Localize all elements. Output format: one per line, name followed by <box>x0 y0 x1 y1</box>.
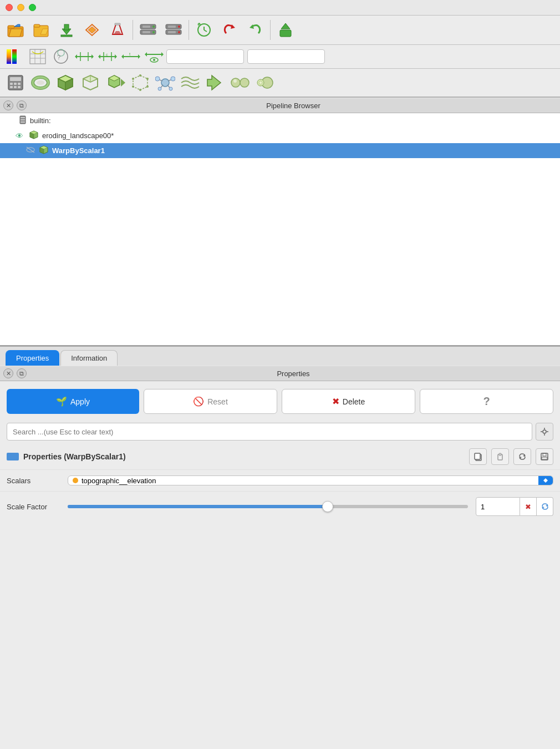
export-button[interactable] <box>273 18 298 42</box>
main-container: ? c <box>0 16 560 749</box>
pipeline-undock-button[interactable]: ⧉ <box>17 100 27 110</box>
warp-label: WarpByScalar1 <box>52 146 105 155</box>
render-view-input[interactable] <box>166 49 244 64</box>
wrench-button[interactable]: ? <box>50 47 72 67</box>
scalars-dropdown-value: topographic__elevation <box>68 476 538 485</box>
tree-item-eroding[interactable]: 👁 eroding_landscape00* <box>0 128 560 143</box>
pipeline-area: builtin: 👁 eroding_landscape00* <box>0 113 560 346</box>
open-file-button[interactable] <box>29 18 53 42</box>
render-view-input2[interactable] <box>247 49 325 64</box>
sphere-half-button[interactable] <box>253 70 277 95</box>
svg-marker-138 <box>543 478 548 480</box>
props-close-button[interactable]: ✕ <box>3 368 13 378</box>
delete-button[interactable]: ✖ Delete <box>282 389 415 414</box>
scale-factor-slider[interactable] <box>68 505 468 508</box>
apply-button[interactable]: 🌱 Apply <box>7 389 139 414</box>
scalars-label: Scalars <box>7 477 62 485</box>
arrows-eye-button[interactable] <box>143 47 165 67</box>
svg-point-95 <box>132 78 134 80</box>
scale-refresh-button[interactable] <box>537 497 553 516</box>
props-copy-button[interactable] <box>469 448 487 465</box>
search-settings-button[interactable] <box>536 423 553 441</box>
tree-item-builtin[interactable]: builtin: <box>0 113 560 128</box>
arrows-lr-button[interactable] <box>73 47 95 67</box>
cube-arrow-button[interactable] <box>103 70 128 95</box>
pipeline-close-button[interactable]: ✕ <box>3 100 13 110</box>
svg-point-91 <box>146 78 149 80</box>
scalars-value-container: topographic__elevation <box>68 475 553 485</box>
svg-rect-115 <box>21 122 25 123</box>
tab-properties[interactable]: Properties <box>6 350 59 366</box>
colormap-button[interactable] <box>3 47 26 67</box>
svg-point-107 <box>240 78 249 87</box>
svg-rect-34 <box>280 30 291 37</box>
scalars-dropdown-arrow[interactable] <box>538 476 553 485</box>
svg-point-108 <box>233 79 237 83</box>
server1-button[interactable] <box>136 18 160 42</box>
svg-marker-35 <box>281 23 290 29</box>
svg-marker-59 <box>138 54 140 59</box>
props-undock-button[interactable]: ⧉ <box>17 368 27 378</box>
eye-visible-icon: 👁 <box>16 131 26 140</box>
svg-rect-72 <box>14 86 17 88</box>
server2-button[interactable] <box>161 18 186 42</box>
svg-marker-13 <box>114 31 121 34</box>
maximize-button[interactable] <box>29 4 36 11</box>
svg-text:t: t <box>129 52 131 57</box>
toolbar-1 <box>0 16 560 45</box>
close-button[interactable] <box>6 4 13 11</box>
help-button[interactable]: ? <box>420 389 553 414</box>
cube-dotted-button[interactable] <box>128 70 152 95</box>
props-title-badge <box>7 453 19 460</box>
svg-marker-58 <box>121 54 124 59</box>
zoom-to-fit-button[interactable] <box>80 18 104 42</box>
svg-marker-89 <box>133 75 147 90</box>
svg-text:?: ? <box>57 54 60 60</box>
arrow-shape-button[interactable] <box>203 70 227 95</box>
builtin-server-icon <box>19 115 27 126</box>
svg-point-111 <box>259 81 262 84</box>
minimize-button[interactable] <box>17 4 24 11</box>
save-button[interactable] <box>54 18 79 42</box>
tab-information[interactable]: Information <box>60 350 118 366</box>
props-save-button[interactable] <box>536 448 553 465</box>
sep3 <box>270 20 271 40</box>
tree-item-warp[interactable]: WarpByScalar1 <box>0 143 560 158</box>
titlebar <box>0 0 560 16</box>
spheres-button[interactable] <box>228 70 252 95</box>
svg-point-90 <box>139 74 141 77</box>
svg-rect-71 <box>10 86 13 88</box>
undo-button[interactable] <box>217 18 242 42</box>
search-input[interactable] <box>7 423 532 441</box>
open-folder-button[interactable] <box>3 18 28 42</box>
reset-icon: 🚫 <box>193 396 204 407</box>
cube-solid-button[interactable] <box>53 70 78 95</box>
scalars-dropdown-container[interactable]: topographic__elevation <box>68 475 553 485</box>
arrows-lr-c-button[interactable]: c <box>96 47 119 67</box>
molecule-button[interactable] <box>153 70 177 95</box>
props-refresh-button[interactable] <box>513 448 531 465</box>
torus-button[interactable] <box>28 70 53 95</box>
props-paste-button[interactable] <box>491 448 509 465</box>
properties-panel-title: Properties <box>30 370 557 378</box>
pipeline-browser-title: Pipeline Browser <box>30 102 557 110</box>
calculator-button[interactable] <box>3 70 28 95</box>
cube-outline-button[interactable] <box>78 70 103 95</box>
properties-scroll-area[interactable]: Scalars topographic__elevation <box>0 469 560 749</box>
pattern-button[interactable] <box>27 47 49 67</box>
svg-point-94 <box>132 85 134 88</box>
waves-button[interactable] <box>178 70 202 95</box>
svg-rect-5 <box>34 24 40 27</box>
search-row <box>0 419 560 444</box>
delete-icon: ✖ <box>332 396 339 407</box>
flask-button[interactable] <box>105 18 130 42</box>
reset-button[interactable]: 🚫 Reset <box>144 389 277 414</box>
redo-button[interactable] <box>243 18 267 42</box>
scale-slider-thumb[interactable] <box>322 501 333 512</box>
clock-button[interactable] <box>192 18 216 42</box>
sep1 <box>133 20 133 40</box>
scale-factor-input[interactable] <box>476 497 520 516</box>
scale-clear-button[interactable]: ✖ <box>520 497 537 516</box>
svg-point-24 <box>178 26 180 28</box>
arrows-t-button[interactable]: t <box>120 47 142 67</box>
